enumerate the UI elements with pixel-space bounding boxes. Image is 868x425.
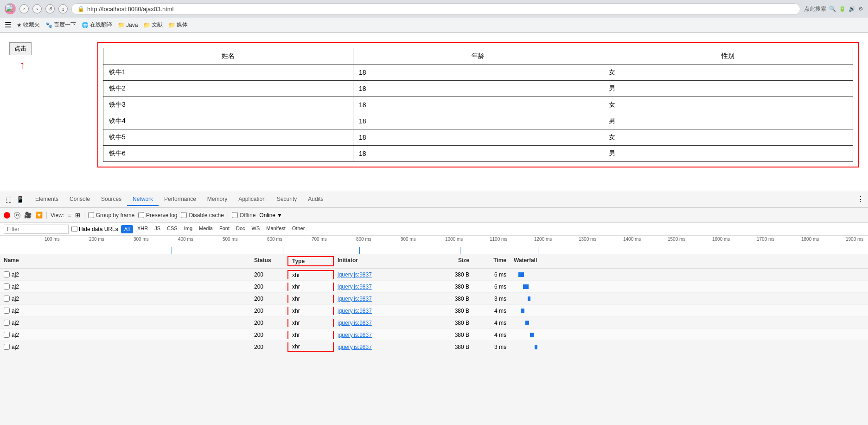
timeline-tick: 1400 ms (623, 237, 641, 242)
hide-data-urls-label[interactable]: Hide data URLs (71, 226, 118, 232)
devtools-inspect-icon[interactable]: ⬚ (4, 195, 13, 204)
filter-other[interactable]: Other (290, 225, 307, 233)
timeline-bar: 100 ms200 ms300 ms400 ms500 ms600 ms700 … (0, 236, 868, 254)
tab-network[interactable]: Network (127, 193, 159, 206)
initiator-link[interactable]: jquery.js:9837 (338, 308, 372, 314)
row-checkbox[interactable] (4, 296, 10, 302)
row-initiator[interactable]: jquery.js:9837 (334, 295, 427, 303)
search-icon[interactable]: 🔍 (829, 6, 836, 12)
audio-icon: 🔊 (849, 6, 855, 12)
initiator-link[interactable]: jquery.js:9837 (338, 271, 372, 278)
refresh-button[interactable]: ↺ (45, 4, 55, 13)
preserve-log-label[interactable]: Preserve log (138, 212, 177, 219)
filter-doc[interactable]: Doc (234, 225, 248, 233)
bookmark-docs[interactable]: 📁 文献 (143, 21, 163, 29)
bookmark-favorites[interactable]: ★ 收藏夹 (17, 21, 40, 29)
row-type: xhr (287, 295, 334, 303)
filter-manifest[interactable]: Manifest (264, 225, 288, 233)
settings-icon[interactable]: ⚙ (858, 6, 863, 12)
row-initiator[interactable]: jquery.js:9837 (334, 331, 427, 339)
row-waterfall (510, 331, 868, 339)
hide-data-urls-checkbox[interactable] (71, 226, 77, 232)
bookmark-translate[interactable]: 🌐 在线翻译 (82, 21, 112, 29)
filter-img[interactable]: Img (182, 225, 195, 233)
back-button[interactable]: ‹ (19, 4, 29, 13)
row-checkbox[interactable] (4, 283, 10, 290)
tab-application[interactable]: Application (233, 193, 271, 206)
preserve-log-checkbox[interactable] (138, 212, 144, 218)
network-table-row[interactable]: aj2200xhrjquery.js:9837380 B3 ms (0, 341, 868, 353)
menu-icon[interactable]: ☰ (5, 20, 11, 29)
tab-security[interactable]: Security (271, 193, 302, 206)
filter-ws[interactable]: WS (249, 225, 262, 233)
click-button[interactable]: 点击 (9, 42, 32, 55)
col-header-gender: 性别 (603, 48, 853, 64)
header-name: Name (0, 256, 250, 266)
initiator-link[interactable]: jquery.js:9837 (338, 283, 372, 290)
table-cell: 女 (603, 129, 853, 146)
list-view-icon[interactable]: ≡ (68, 212, 71, 219)
row-initiator[interactable]: jquery.js:9837 (334, 270, 427, 279)
filter-xhr[interactable]: XHR (135, 225, 150, 233)
waterfall-bar (528, 296, 530, 301)
tab-audits[interactable]: Audits (302, 193, 329, 206)
disable-cache-checkbox[interactable] (181, 212, 187, 218)
row-checkbox[interactable] (4, 344, 10, 350)
tab-memory[interactable]: Memory (202, 193, 233, 206)
offline-label[interactable]: Offline (232, 212, 255, 219)
disable-cache-label[interactable]: Disable cache (181, 212, 223, 219)
initiator-link[interactable]: jquery.js:9837 (338, 332, 372, 338)
bookmark-java[interactable]: 📁 Java (118, 22, 138, 28)
online-dropdown[interactable]: Online ▼ (259, 212, 282, 219)
initiator-link[interactable]: jquery.js:9837 (338, 320, 372, 326)
network-table-row[interactable]: aj2200xhrjquery.js:9837380 B4 ms (0, 329, 868, 341)
home-button[interactable]: ⌂ (58, 4, 68, 13)
filter-all[interactable]: All (121, 225, 133, 233)
row-checkbox[interactable] (4, 320, 10, 326)
devtools-more-button[interactable]: ⋮ (857, 195, 864, 204)
search-label[interactable]: 点此搜索 (804, 5, 826, 13)
tab-sources[interactable]: Sources (96, 193, 127, 206)
group-by-frame-checkbox[interactable] (88, 212, 94, 218)
tab-console[interactable]: Console (64, 193, 96, 206)
filter-js[interactable]: JS (152, 225, 163, 233)
camera-icon[interactable]: 🎥 (24, 212, 32, 219)
filter-icon[interactable]: 🔽 (35, 212, 43, 219)
initiator-link[interactable]: jquery.js:9837 (338, 344, 372, 350)
url-bar[interactable]: 🔒 http://localhost:8080/ajax03.html (71, 3, 800, 15)
record-button[interactable] (4, 212, 10, 219)
group-by-frame-label[interactable]: Group by frame (88, 212, 134, 219)
offline-checkbox[interactable] (232, 212, 238, 218)
bookmark-media[interactable]: 📁 媒体 (168, 21, 188, 29)
filter-bar: Hide data URLs All XHR JS CSS Img Media … (0, 223, 868, 236)
network-table-row[interactable]: aj2200xhrjquery.js:9837380 B4 ms (0, 317, 868, 329)
grid-view-icon[interactable]: ⊞ (75, 212, 80, 219)
row-checkbox[interactable] (4, 271, 10, 277)
devtools-responsive-icon[interactable]: 📱 (14, 195, 26, 204)
bookmark-baidu[interactable]: 🐾 百度一下 (45, 21, 76, 29)
row-initiator[interactable]: jquery.js:9837 (334, 343, 427, 351)
network-table-row[interactable]: aj2200xhrjquery.js:9837380 B3 ms (0, 293, 868, 305)
filter-css[interactable]: CSS (165, 225, 180, 233)
row-checkbox[interactable] (4, 308, 10, 314)
stop-button[interactable]: ⊘ (14, 212, 20, 219)
row-initiator[interactable]: jquery.js:9837 (334, 283, 427, 291)
filter-media[interactable]: Media (197, 225, 215, 233)
network-table-row[interactable]: aj2200xhrjquery.js:9837380 B6 ms (0, 269, 868, 281)
row-type: xhr (287, 307, 334, 315)
row-initiator[interactable]: jquery.js:9837 (334, 319, 427, 327)
tab-elements[interactable]: Elements (30, 193, 64, 206)
table-cell: 18 (353, 129, 603, 146)
network-table-row[interactable]: aj2200xhrjquery.js:9837380 B4 ms (0, 305, 868, 317)
row-time: 6 ms (473, 283, 510, 291)
row-type: xhr (287, 342, 334, 352)
filter-input[interactable] (4, 225, 69, 234)
table-cell: 男 (603, 146, 853, 162)
forward-button[interactable]: › (32, 4, 42, 13)
filter-font[interactable]: Font (217, 225, 232, 233)
network-table-row[interactable]: aj2200xhrjquery.js:9837380 B6 ms (0, 281, 868, 293)
row-checkbox[interactable] (4, 332, 10, 338)
tab-performance[interactable]: Performance (159, 193, 202, 206)
row-initiator[interactable]: jquery.js:9837 (334, 307, 427, 315)
initiator-link[interactable]: jquery.js:9837 (338, 296, 372, 302)
